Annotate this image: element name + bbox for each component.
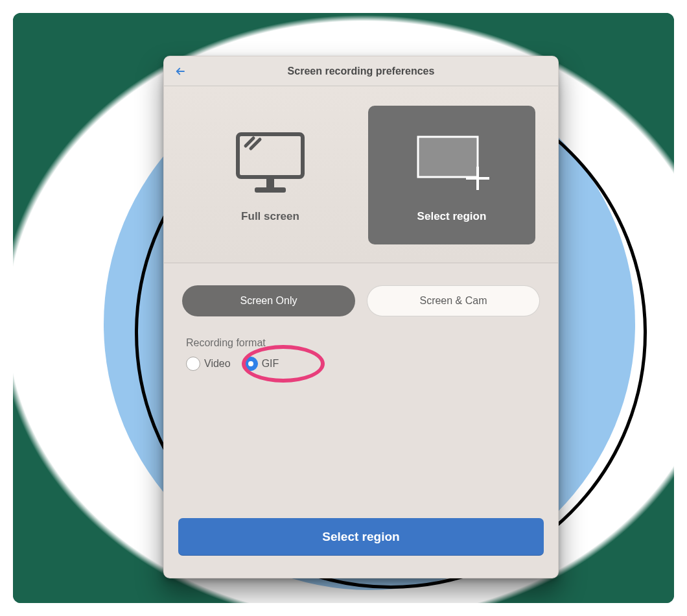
recording-format-section: Recording format Video GIF — [164, 331, 558, 384]
footer: Select region — [164, 503, 558, 578]
titlebar: Screen recording preferences — [164, 56, 558, 86]
region-select-icon — [406, 127, 497, 198]
toggle-label: Screen & Cam — [419, 295, 487, 307]
svg-line-2 — [246, 138, 253, 146]
arrow-left-icon — [174, 65, 186, 77]
radio-label: Video — [204, 358, 231, 370]
preferences-window: Screen recording preferences Full screen — [163, 56, 559, 578]
svg-rect-1 — [238, 134, 303, 177]
recording-format-options: Video GIF — [186, 357, 536, 371]
window-title: Screen recording preferences — [288, 65, 435, 77]
back-button[interactable] — [173, 64, 187, 78]
svg-rect-4 — [266, 178, 274, 187]
mode-card-label: Full screen — [241, 210, 299, 223]
recording-format-label: Recording format — [186, 337, 536, 349]
illustration-stage: Screen recording preferences Full screen — [13, 13, 674, 603]
mode-card-select-region[interactable]: Select region — [368, 106, 535, 244]
radio-label: GIF — [262, 358, 279, 370]
mode-card-full-screen[interactable]: Full screen — [187, 106, 354, 244]
toggle-screen-and-cam[interactable]: Screen & Cam — [367, 285, 540, 316]
primary-button-label: Select region — [322, 530, 399, 543]
capture-mode-row: Full screen Select region — [164, 86, 558, 263]
mode-card-label: Select region — [417, 210, 487, 223]
toggle-label: Screen Only — [240, 295, 297, 307]
toggle-screen-only[interactable]: Screen Only — [182, 285, 355, 316]
svg-rect-5 — [255, 187, 286, 193]
radio-icon — [186, 357, 200, 371]
format-option-gif[interactable]: GIF — [244, 357, 288, 371]
radio-icon — [244, 357, 258, 371]
select-region-button[interactable]: Select region — [178, 518, 544, 556]
monitor-icon — [231, 127, 309, 198]
format-option-video[interactable]: Video — [186, 357, 240, 371]
svg-rect-6 — [418, 137, 478, 177]
source-toggle-row: Screen Only Screen & Cam — [164, 263, 558, 331]
